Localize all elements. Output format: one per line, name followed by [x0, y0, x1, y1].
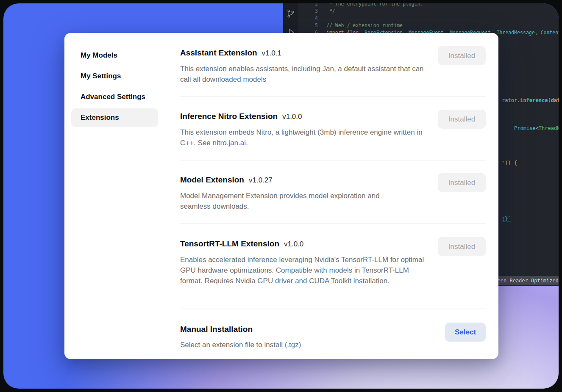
- select-file-button[interactable]: Select: [445, 323, 486, 342]
- extension-version: v1.0.27: [249, 175, 273, 186]
- sidebar-item-my-settings[interactable]: My Settings: [71, 67, 158, 86]
- extension-description: Enables accelerated inference leveraging…: [180, 254, 428, 286]
- sidebar-item-my-models[interactable]: My Models: [71, 46, 158, 65]
- sidebar-item-advanced-settings[interactable]: Advanced Settings: [71, 88, 158, 106]
- extension-row: Inference Nitro Extension v1.0.0 This ex…: [180, 111, 486, 148]
- extension-version: v1.0.0: [284, 239, 303, 250]
- row-divider: [180, 224, 486, 224]
- desktop-background: 2 * The entrypoint for the plugin. 3 */ …: [3, 3, 559, 389]
- installed-button[interactable]: Installed: [438, 46, 486, 65]
- extension-row: TensortRT-LLM Extension v1.0.0 Enables a…: [180, 238, 486, 286]
- line-number: 3: [298, 8, 326, 15]
- line-number: 5: [298, 22, 326, 29]
- line-number: 4: [298, 15, 326, 22]
- extension-description: This extension embeds Nitro, a lightweig…: [180, 127, 428, 148]
- installed-button[interactable]: Installed: [438, 173, 486, 192]
- installed-button[interactable]: Installed: [438, 110, 486, 129]
- extension-row: Assistant Extension v1.0.1 This extensio…: [180, 47, 486, 85]
- extension-description: This extension enables assistants, inclu…: [180, 63, 428, 85]
- settings-sidebar: My Models My Settings Advanced Settings …: [64, 33, 165, 359]
- source-control-icon[interactable]: [286, 8, 295, 19]
- code-line: 5 // Web / extension runtime: [298, 22, 559, 29]
- extensions-panel: Assistant Extension v1.0.1 This extensio…: [166, 33, 498, 359]
- extension-title: Manual Installation: [180, 324, 486, 335]
- extension-version: v1.0.1: [262, 48, 281, 59]
- row-divider: [180, 309, 486, 309]
- manual-installation-row: Manual Installation Select an extension …: [180, 324, 486, 350]
- settings-modal: My Models My Settings Advanced Settings …: [64, 33, 498, 359]
- sidebar-item-extensions[interactable]: Extensions: [71, 108, 158, 127]
- code-line: 4: [298, 15, 559, 22]
- extension-version: v1.0.0: [282, 111, 302, 122]
- nitro-jan-ai-link[interactable]: nitro.jan.ai.: [213, 139, 248, 147]
- code-fragment: Promise<ThreadMessage>: [514, 125, 559, 131]
- code-lines: 2 * The entrypoint for the plugin. 3 */ …: [298, 3, 559, 36]
- code-line: 3 */: [298, 8, 559, 15]
- code-fragment: t}`: [502, 216, 511, 222]
- line-number: 2: [298, 3, 326, 8]
- code-fragment: rator.inference(data));: [502, 97, 559, 103]
- extension-description: Select an extension file to install (.tg…: [180, 340, 428, 350]
- extension-row: Model Extension v1.0.27 Model Management…: [180, 174, 486, 212]
- extension-description: Model Management Extension provides mode…: [180, 190, 401, 212]
- code-fragment: ")) {: [502, 160, 517, 166]
- row-divider: [180, 160, 486, 160]
- code-line: 2 * The entrypoint for the plugin.: [298, 3, 559, 8]
- installed-button[interactable]: Installed: [438, 237, 486, 256]
- row-divider: [180, 97, 486, 97]
